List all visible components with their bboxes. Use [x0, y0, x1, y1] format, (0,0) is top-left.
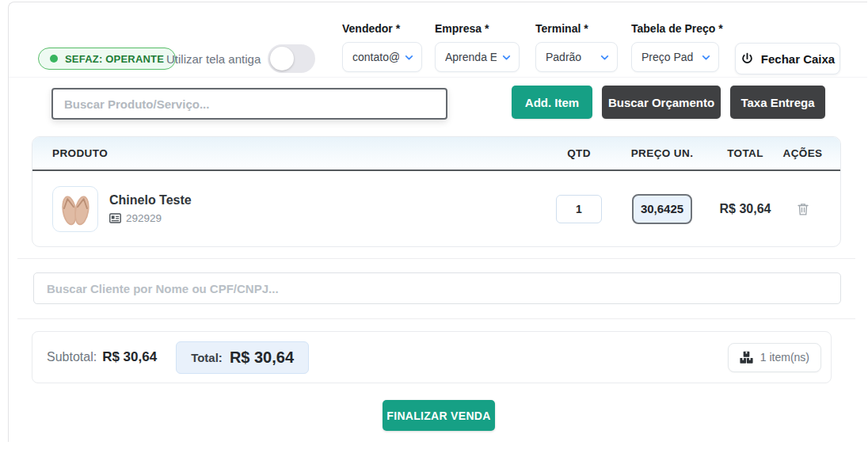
total-box: Total: R$ 30,64	[176, 341, 309, 374]
search-quote-button[interactable]: Buscar Orçamento	[602, 86, 721, 119]
boxes-icon	[740, 351, 753, 364]
product-cell: Chinelo Teste 292929	[52, 186, 543, 232]
delivery-fee-button[interactable]: Taxa Entrega	[730, 86, 825, 119]
column-header-actions: AÇÕES	[781, 147, 824, 159]
chevron-down-icon	[404, 52, 414, 63]
company-selected-value: Aprenda E	[445, 51, 497, 63]
chevron-down-icon	[501, 52, 512, 63]
status-dot-icon	[50, 55, 58, 63]
total-label: Total:	[191, 351, 223, 364]
vendor-select-group: Vendedor * contato@.	[342, 22, 422, 72]
price-table-selected-value: Preço Pad	[641, 51, 693, 63]
subtotal-value: R$ 30,64	[102, 349, 157, 365]
legacy-screen-toggle-label: Utilizar tela antiga	[166, 52, 261, 66]
company-select[interactable]: Aprenda E	[435, 42, 520, 72]
terminal-selected-value: Padrão	[546, 51, 581, 63]
chevron-down-icon	[600, 52, 610, 63]
terminal-select-group: Terminal * Padrão	[535, 22, 618, 72]
sefaz-status-label: SEFAZ: OPERANTE	[65, 53, 164, 65]
column-header-product: PRODUTO	[52, 147, 543, 159]
unit-price-cell	[615, 194, 710, 224]
legacy-screen-toggle[interactable]	[268, 44, 315, 73]
items-count-label: 1 item(ns)	[760, 351, 809, 364]
pos-checkout-page: SEFAZ: OPERANTE Utilizar tela antiga Ven…	[0, 0, 868, 457]
unit-price-input[interactable]	[632, 194, 692, 224]
vendor-select[interactable]: contato@.	[342, 42, 422, 72]
column-header-total: TOTAL	[710, 147, 781, 159]
qty-input[interactable]	[556, 195, 602, 223]
subtotal-label: Subtotal:	[47, 350, 97, 364]
product-search-input[interactable]	[51, 88, 447, 120]
section-divider	[17, 318, 855, 319]
close-register-button[interactable]: Fechar Caixa	[735, 43, 840, 74]
vendor-label: Vendedor *	[342, 22, 422, 35]
power-icon	[740, 52, 754, 66]
terminal-select[interactable]: Padrão	[535, 42, 618, 72]
customer-search-input[interactable]	[33, 272, 841, 304]
product-name: Chinelo Teste	[109, 193, 192, 208]
finalize-sale-button[interactable]: FINALIZAR VENDA	[383, 400, 495, 431]
price-table-label: Tabela de Preço *	[631, 22, 723, 35]
column-header-unit-price: PREÇO UN.	[615, 147, 710, 159]
product-image	[52, 186, 98, 232]
chevron-down-icon	[701, 52, 711, 63]
row-total: R$ 30,64	[710, 202, 781, 216]
toggle-knob	[270, 47, 294, 70]
add-item-button[interactable]: Add. Item	[512, 86, 592, 119]
terminal-label: Terminal *	[535, 22, 618, 35]
idcard-icon	[109, 213, 121, 223]
cart-row: Chinelo Teste 292929 R$ 30,	[32, 171, 840, 246]
total-value: R$ 30,64	[230, 348, 294, 367]
column-header-qty: QTD	[543, 147, 615, 159]
cart-table-header: PRODUTO QTD PREÇO UN. TOTAL AÇÕES	[32, 137, 840, 171]
trash-icon	[796, 202, 810, 216]
cart-table: PRODUTO QTD PREÇO UN. TOTAL AÇÕES	[32, 136, 841, 247]
flip-flop-image	[54, 188, 97, 230]
company-select-group: Empresa * Aprenda E	[435, 22, 520, 72]
items-count-badge[interactable]: 1 item(ns)	[728, 343, 821, 372]
product-info: Chinelo Teste 292929	[109, 193, 192, 224]
summary-bar: Subtotal: R$ 30,64 Total: R$ 30,64 1 ite…	[32, 331, 832, 383]
price-table-select[interactable]: Preço Pad	[631, 42, 719, 72]
sefaz-status-badge: SEFAZ: OPERANTE	[38, 48, 176, 70]
price-table-select-group: Tabela de Preço * Preço Pad	[631, 22, 723, 72]
section-divider	[17, 258, 855, 259]
close-register-label: Fechar Caixa	[761, 52, 835, 66]
product-code: 292929	[126, 212, 162, 224]
header-divider	[9, 77, 867, 78]
qty-cell	[543, 195, 615, 223]
vendor-selected-value: contato@.	[352, 51, 399, 63]
remove-item-button[interactable]	[781, 202, 824, 216]
company-label: Empresa *	[435, 22, 520, 35]
product-code-row: 292929	[109, 212, 192, 224]
